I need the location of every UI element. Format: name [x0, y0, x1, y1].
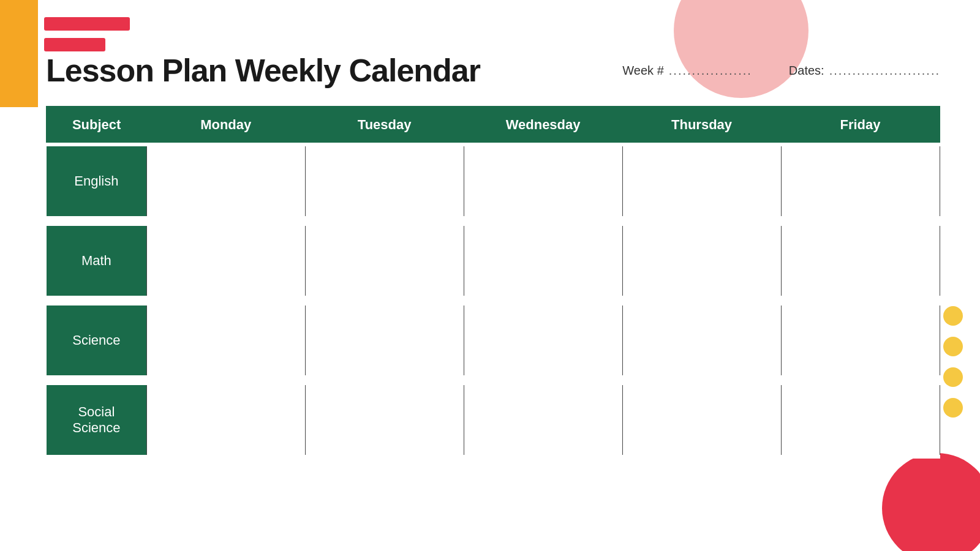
week-dots: ..................: [669, 64, 752, 78]
content-cell[interactable]: [146, 224, 305, 298]
content-cell[interactable]: [464, 224, 622, 298]
yellow-bar-decoration: [0, 0, 38, 107]
subject-cell: English: [47, 144, 146, 218]
content-cell[interactable]: [305, 304, 464, 377]
content-cell[interactable]: [305, 383, 464, 457]
main-content: Lesson Plan Weekly Calendar Week # .....…: [46, 52, 940, 514]
content-cell[interactable]: [781, 224, 940, 298]
yellow-dot-1: [943, 306, 963, 326]
subject-cell: Science: [47, 304, 146, 377]
red-line-2-decoration: [44, 38, 105, 51]
content-cell[interactable]: [464, 304, 622, 377]
yellow-dot-4: [943, 398, 963, 418]
content-cell[interactable]: [305, 224, 464, 298]
content-cell[interactable]: [305, 144, 464, 218]
header: Lesson Plan Weekly Calendar Week # .....…: [46, 52, 940, 89]
col-subject: Subject: [47, 107, 146, 144]
row-spacer: [47, 377, 940, 383]
content-cell[interactable]: [146, 144, 305, 218]
dates-label: Dates:: [789, 64, 824, 78]
col-friday: Friday: [781, 107, 940, 144]
table-row: Science: [47, 304, 940, 377]
subject-cell: Social Science: [47, 383, 146, 457]
red-line-1-decoration: [44, 17, 130, 31]
content-cell[interactable]: [146, 304, 305, 377]
col-wednesday: Wednesday: [464, 107, 622, 144]
page-title: Lesson Plan Weekly Calendar: [46, 52, 480, 89]
content-cell[interactable]: [146, 383, 305, 457]
content-cell[interactable]: [781, 304, 940, 377]
content-cell[interactable]: [781, 144, 940, 218]
col-thursday: Thursday: [622, 107, 781, 144]
yellow-dot-3: [943, 367, 963, 387]
week-meta: Week # ..................: [622, 64, 752, 78]
dates-dots: ........................: [829, 64, 940, 78]
row-spacer: [47, 298, 940, 304]
header-row: Subject Monday Tuesday Wednesday Thursda…: [47, 107, 940, 144]
content-cell[interactable]: [464, 383, 622, 457]
content-cell[interactable]: [622, 144, 781, 218]
yellow-dot-2: [943, 337, 963, 356]
content-cell[interactable]: [464, 144, 622, 218]
header-meta: Week # .................. Dates: .......…: [622, 64, 940, 78]
content-cell[interactable]: [622, 224, 781, 298]
table-row: Social Science: [47, 383, 940, 457]
subject-cell: Math: [47, 224, 146, 298]
table-row: Math: [47, 224, 940, 298]
week-label: Week #: [622, 64, 663, 78]
col-monday: Monday: [146, 107, 305, 144]
row-spacer: [47, 218, 940, 224]
content-cell[interactable]: [622, 383, 781, 457]
table-row: English: [47, 144, 940, 218]
dates-meta: Dates: ........................: [789, 64, 940, 78]
col-tuesday: Tuesday: [305, 107, 464, 144]
yellow-dots-decoration: [943, 306, 963, 418]
content-cell[interactable]: [781, 383, 940, 457]
calendar-table: Subject Monday Tuesday Wednesday Thursda…: [46, 106, 940, 459]
content-cell[interactable]: [622, 304, 781, 377]
